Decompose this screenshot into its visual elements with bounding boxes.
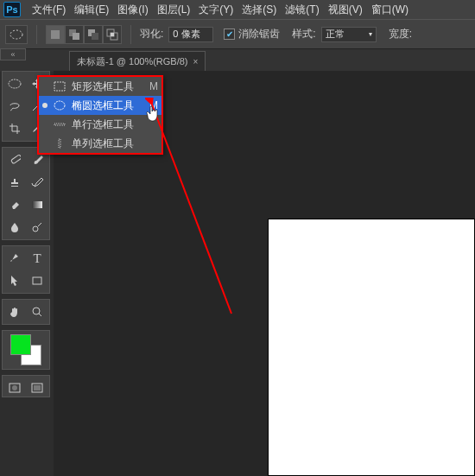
collapse-panels-button[interactable]: « bbox=[0, 48, 26, 60]
tool-shape[interactable] bbox=[27, 270, 48, 291]
menu-layer[interactable]: 图层(L) bbox=[153, 3, 195, 17]
style-select[interactable]: 正常 ▾ bbox=[321, 27, 377, 42]
svg-rect-1 bbox=[51, 30, 60, 39]
tool-zoom[interactable] bbox=[27, 301, 48, 322]
squares-sub-icon bbox=[87, 29, 99, 41]
tool-pen[interactable] bbox=[4, 248, 25, 269]
screenmode-icon bbox=[31, 383, 43, 393]
svg-point-20 bbox=[54, 101, 65, 110]
svg-rect-11 bbox=[32, 201, 42, 208]
popup-item-ellipse-marquee[interactable]: 椭圆选框工具 M bbox=[39, 96, 162, 115]
selected-dot-icon bbox=[42, 103, 48, 108]
ellipse-marquee-icon bbox=[10, 29, 23, 40]
svg-point-12 bbox=[33, 226, 38, 232]
screenmode-button[interactable] bbox=[27, 378, 48, 398]
menu-window[interactable]: 窗口(W) bbox=[367, 3, 413, 17]
history-brush-icon bbox=[31, 176, 43, 188]
svg-rect-18 bbox=[34, 385, 41, 390]
arrow-icon bbox=[10, 275, 20, 287]
svg-point-9 bbox=[9, 79, 21, 88]
popup-item-label: 单行选框工具 bbox=[72, 117, 141, 132]
menu-image[interactable]: 图像(I) bbox=[113, 3, 152, 17]
style-value: 正常 bbox=[326, 28, 345, 41]
bandage-icon bbox=[9, 154, 21, 166]
quickmask-button[interactable] bbox=[4, 378, 25, 398]
toolbox-modes bbox=[2, 375, 50, 397]
cursor-pointer-icon bbox=[145, 105, 161, 123]
tool-type[interactable]: T bbox=[27, 248, 48, 269]
rect-shape-icon bbox=[31, 275, 43, 287]
svg-point-0 bbox=[10, 30, 22, 39]
menu-file[interactable]: 文件(F) bbox=[28, 3, 70, 17]
popup-item-row-marquee[interactable]: 单行选框工具 bbox=[39, 115, 162, 134]
tool-eraser[interactable] bbox=[4, 194, 25, 215]
svg-rect-3 bbox=[73, 33, 79, 40]
app-logo: Ps bbox=[3, 2, 21, 17]
tool-hand[interactable] bbox=[4, 301, 25, 322]
sel-new-button[interactable] bbox=[46, 25, 65, 44]
antialias-checkbox[interactable]: ✔ 消除锯齿 bbox=[224, 27, 280, 41]
popup-item-rect-marquee[interactable]: 矩形选框工具 M bbox=[39, 77, 162, 96]
square-icon bbox=[50, 29, 60, 40]
brush-icon bbox=[31, 154, 43, 166]
crop-icon bbox=[9, 123, 21, 135]
popup-item-col-marquee[interactable]: 单列选框工具 bbox=[39, 134, 162, 153]
document-tab[interactable]: 未标题-1 @ 100%(RGB/8) × bbox=[69, 51, 206, 72]
tool-history-brush[interactable] bbox=[27, 172, 48, 193]
feather-input[interactable]: 0 像素 bbox=[168, 27, 213, 42]
menu-type[interactable]: 文字(Y) bbox=[194, 3, 238, 17]
svg-rect-21 bbox=[54, 124, 65, 125]
row-marquee-icon bbox=[53, 117, 66, 131]
drop-icon bbox=[9, 221, 21, 233]
toolbox-2 bbox=[2, 147, 50, 240]
svg-rect-8 bbox=[111, 33, 114, 36]
dodge-icon bbox=[31, 221, 43, 233]
selection-mode-group bbox=[46, 25, 122, 44]
sel-intersect-button[interactable] bbox=[103, 25, 122, 44]
tool-path-select[interactable] bbox=[4, 270, 25, 291]
menu-select[interactable]: 选择(S) bbox=[238, 3, 281, 17]
tool-crop[interactable] bbox=[4, 118, 25, 139]
tool-stamp[interactable] bbox=[4, 172, 25, 193]
tool-gradient[interactable] bbox=[27, 194, 48, 215]
toolbox-4 bbox=[2, 299, 50, 325]
hand-icon bbox=[9, 306, 21, 318]
tool-heal[interactable] bbox=[4, 149, 25, 170]
check-icon: ✔ bbox=[224, 29, 235, 40]
stamp-icon bbox=[9, 176, 21, 188]
active-tool-icon[interactable] bbox=[5, 25, 28, 44]
pen-icon bbox=[9, 252, 21, 264]
menu-filter[interactable]: 滤镜(T) bbox=[281, 3, 323, 17]
sel-add-button[interactable] bbox=[65, 25, 84, 44]
popup-item-label: 矩形选框工具 bbox=[72, 79, 141, 94]
close-tab-button[interactable]: × bbox=[193, 57, 199, 67]
squares-add-icon bbox=[68, 29, 80, 41]
tool-lasso[interactable] bbox=[4, 96, 25, 117]
document-canvas[interactable] bbox=[268, 219, 475, 476]
marquee-flyout-menu: 矩形选框工具 M 椭圆选框工具 M 单行选框工具 单列选框工具 bbox=[38, 76, 162, 154]
ellipse-marquee-icon bbox=[8, 79, 22, 89]
quickmask-icon bbox=[9, 383, 21, 393]
sel-subtract-button[interactable] bbox=[84, 25, 103, 44]
menu-edit[interactable]: 编辑(E) bbox=[70, 3, 113, 17]
document-tabstrip: 未标题-1 @ 100%(RGB/8) × bbox=[0, 49, 475, 72]
tool-blur[interactable] bbox=[4, 217, 25, 238]
antialias-label: 消除锯齿 bbox=[238, 27, 280, 41]
svg-rect-5 bbox=[92, 33, 98, 40]
tool-marquee[interactable] bbox=[4, 73, 25, 94]
tool-dodge[interactable] bbox=[27, 217, 48, 238]
svg-point-14 bbox=[33, 308, 40, 314]
squares-int-icon bbox=[106, 29, 118, 41]
type-icon: T bbox=[33, 251, 41, 266]
popup-item-label: 椭圆选框工具 bbox=[72, 98, 141, 113]
width-label: 宽度: bbox=[389, 27, 412, 41]
style-label: 样式: bbox=[292, 27, 315, 41]
eraser-icon bbox=[9, 199, 21, 211]
fg-bg-swatches[interactable] bbox=[10, 334, 41, 365]
svg-rect-19 bbox=[54, 82, 65, 91]
col-marquee-icon bbox=[53, 136, 66, 150]
document-title: 未标题-1 @ 100%(RGB/8) bbox=[77, 55, 188, 68]
menu-view[interactable]: 视图(V) bbox=[324, 3, 367, 17]
ellipse-marquee-icon bbox=[53, 98, 66, 112]
foreground-color-swatch[interactable] bbox=[10, 334, 31, 355]
